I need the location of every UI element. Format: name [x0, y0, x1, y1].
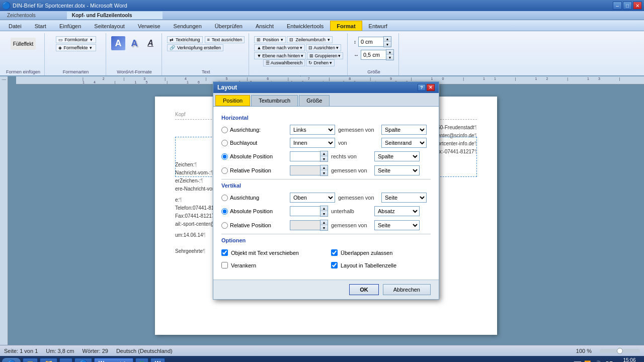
h-abs-down[interactable]: ▼: [320, 156, 328, 161]
btn-ebene-vorne[interactable]: ▲ Ebene nach vorne▾: [254, 44, 305, 51]
close-button[interactable]: ✕: [633, 2, 642, 10]
v-seite-select-1[interactable]: Seite: [381, 193, 427, 203]
width-down[interactable]: ▼: [386, 55, 393, 60]
v-rel-pos-field[interactable]: [290, 220, 320, 230]
dialog-tab-groesse[interactable]: Größe: [299, 95, 330, 106]
h-rel-pos-field[interactable]: [290, 165, 320, 175]
tab-sendungen[interactable]: Sendungen: [167, 21, 208, 31]
tab-ueberpruefen[interactable]: Überprüfen: [208, 21, 249, 31]
width-spin[interactable]: ▲ ▼: [361, 49, 394, 60]
ueberlappen-checkbox[interactable]: [331, 249, 338, 256]
btn-gruppieren[interactable]: ⊞ Gruppieren▾: [307, 52, 343, 59]
v-rel-pos-radio-label[interactable]: Relative Position: [221, 222, 287, 229]
btn-fulltext[interactable]: Fülleffekt: [8, 36, 38, 51]
h-abs-up[interactable]: ▲: [320, 151, 328, 156]
v-rel-up[interactable]: ▲: [320, 220, 328, 225]
seitenrand-select[interactable]: Seitenrand: [381, 138, 427, 148]
width-field[interactable]: [361, 50, 386, 60]
innen-select[interactable]: Innen: [290, 138, 335, 148]
taskbar-outlook[interactable]: ✉: [23, 358, 38, 362]
abbrechen-button[interactable]: Abbrechen: [383, 284, 431, 295]
spalte-select-1[interactable]: Spalte: [381, 125, 427, 135]
v-rel-pos-spin[interactable]: ▲ ▼: [290, 220, 328, 231]
wordart-a2[interactable]: A: [127, 36, 141, 50]
tab-ansicht[interactable]: Ansicht: [249, 21, 280, 31]
verankern-checkbox[interactable]: [221, 262, 228, 268]
spalte-select-2[interactable]: Spalte: [374, 151, 420, 161]
h-rel-pos-spin[interactable]: ▲ ▼: [290, 165, 328, 176]
maximize-button[interactable]: □: [623, 2, 632, 10]
height-spin[interactable]: ▲ ▼: [358, 36, 391, 47]
ok-button[interactable]: OK: [349, 284, 379, 295]
buchlayout-radio[interactable]: [221, 140, 228, 146]
taskbar-word-2[interactable]: W: [150, 358, 165, 362]
v-rel-pos-radio[interactable]: [221, 222, 228, 229]
tab-datei[interactable]: Datei: [2, 21, 28, 31]
minimize-button[interactable]: –: [613, 2, 622, 10]
tab-seitenlayout[interactable]: Seitenlayout: [88, 21, 131, 31]
btn-auswahlbereich[interactable]: ☰ Auswahlbereich: [263, 59, 305, 66]
context-tab-zeichentools[interactable]: Zeichentools: [2, 12, 66, 19]
v-abs-pos-radio-label[interactable]: Absolute Position: [221, 208, 287, 215]
v-rel-down[interactable]: ▼: [320, 225, 328, 230]
taskbar-excel[interactable]: X: [135, 358, 148, 362]
h-rel-pos-radio-label[interactable]: Relative Position: [221, 167, 287, 174]
tab-verweise[interactable]: Verweise: [131, 21, 167, 31]
tab-entwicklertools[interactable]: Entwicklertools: [280, 21, 330, 31]
height-field[interactable]: [358, 37, 383, 47]
ausrichtung-select[interactable]: Links: [290, 125, 335, 135]
tab-start[interactable]: Start: [28, 21, 53, 31]
btn-ausrichten[interactable]: ⊟ Ausrichten▾: [306, 44, 341, 51]
layout-tabelle-checkbox[interactable]: [331, 262, 338, 268]
btn-formkontur[interactable]: ▭ Formkontur ▾: [56, 36, 96, 43]
dialog-tab-position[interactable]: Position: [215, 95, 250, 106]
v-ausrichtung-radio-label[interactable]: Ausrichtung: [221, 195, 287, 201]
h-abs-pos-field[interactable]: -2 cm: [290, 151, 320, 161]
h-abs-pos-radio[interactable]: [221, 153, 228, 160]
btn-ebene-hinten[interactable]: ▼ Ebene nach hinten▾: [254, 52, 306, 59]
taskbar-explorer[interactable]: 📁: [40, 358, 57, 362]
dialog-help-button[interactable]: ?: [418, 84, 426, 91]
v-abs-down[interactable]: ▼: [320, 211, 328, 216]
tab-einfuegen[interactable]: Einfügen: [53, 21, 88, 31]
ausrichtung-radio-label[interactable]: Ausrichtung:: [221, 127, 287, 133]
start-button[interactable]: 🔵: [2, 358, 21, 362]
zoom-slider[interactable]: [600, 349, 640, 353]
h-abs-pos-spin[interactable]: -2 cm ▲ ▼: [290, 151, 328, 162]
v-abs-up[interactable]: ▲: [320, 206, 328, 211]
h-rel-up[interactable]: ▲: [320, 165, 328, 170]
v-abs-pos-field[interactable]: 2,74 cm: [290, 206, 320, 216]
dialog-tab-textumbruch[interactable]: Textumbruch: [251, 95, 298, 106]
v-ausrichtung-radio[interactable]: [221, 195, 228, 201]
v-seite-select-2[interactable]: Seite: [374, 220, 420, 230]
btn-text-ausrichten[interactable]: ≡ Text ausrichten: [205, 36, 245, 43]
width-up[interactable]: ▲: [386, 50, 393, 55]
height-down[interactable]: ▼: [384, 42, 391, 47]
taskbar-word-1[interactable]: W DIN-Brief...: [94, 358, 133, 362]
btn-formeffekte[interactable]: ◈ Formeffekte ▾: [56, 44, 96, 51]
taskbar-ie[interactable]: e: [59, 358, 72, 362]
context-tab-kopfzeilen[interactable]: Kopf- und Fußzeilentools: [67, 12, 163, 19]
height-up[interactable]: ▲: [384, 37, 391, 42]
h-rel-down[interactable]: ▼: [320, 170, 328, 175]
h-rel-pos-radio[interactable]: [221, 167, 228, 174]
h-abs-pos-radio-label[interactable]: Absolute Position: [221, 153, 287, 160]
v-abs-pos-radio[interactable]: [221, 208, 228, 215]
btn-textrichtung[interactable]: ⇄ Textrichtung: [167, 36, 203, 43]
tab-format[interactable]: Format: [330, 21, 362, 31]
objekt-mit-text-checkbox[interactable]: [221, 249, 228, 256]
h-seite-select[interactable]: Seite: [374, 165, 420, 175]
v-abs-pos-spin[interactable]: 2,74 cm ▲ ▼: [290, 206, 328, 217]
oben-select[interactable]: Oben: [290, 193, 335, 203]
wordart-a1[interactable]: A: [111, 36, 125, 50]
dialog-close-button[interactable]: ✕: [427, 84, 435, 91]
absatz-select[interactable]: Absatz: [374, 206, 420, 216]
btn-drehen[interactable]: ↻ Drehen▾: [306, 59, 335, 66]
buchlayout-radio-label[interactable]: Buchlayout: [221, 140, 287, 146]
taskbar-chrome[interactable]: 🔵: [74, 358, 92, 362]
btn-position[interactable]: ⊞ Position▾: [254, 36, 286, 43]
ausrichtung-radio[interactable]: [221, 127, 228, 133]
btn-verknuepfung[interactable]: 🔗 Verknüpfung erstellen: [167, 44, 223, 51]
wordart-a3[interactable]: A: [143, 36, 157, 50]
tab-entwurf[interactable]: Entwurf: [362, 21, 394, 31]
